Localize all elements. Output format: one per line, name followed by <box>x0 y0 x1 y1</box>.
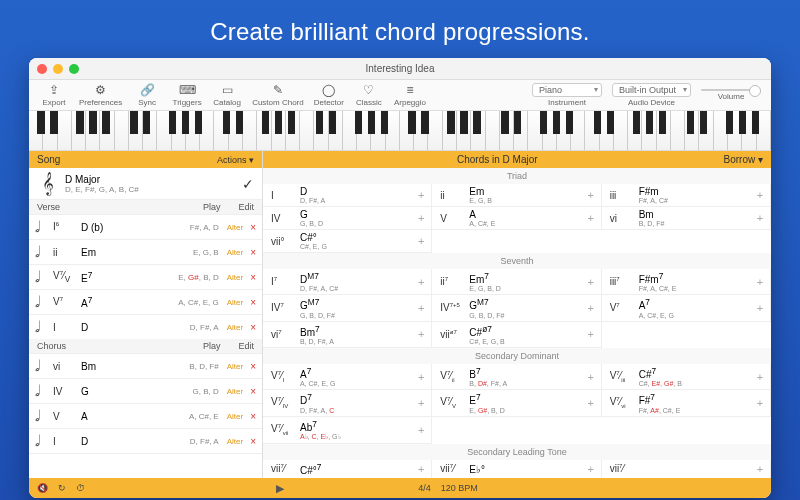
alter-button[interactable]: Alter <box>227 387 243 396</box>
white-key[interactable] <box>272 111 286 150</box>
white-key[interactable] <box>543 111 557 150</box>
chord-cell[interactable]: vii7⁄+ <box>602 460 771 478</box>
piano-keyboard[interactable] <box>29 111 771 151</box>
add-icon[interactable]: + <box>585 276 597 288</box>
add-icon[interactable]: + <box>585 463 597 475</box>
song-row[interactable]: 𝅗𝅥VAA, C#, EAlter× <box>29 404 262 429</box>
white-key[interactable] <box>286 111 300 150</box>
white-key[interactable] <box>72 111 86 150</box>
loop-icon[interactable]: ↻ <box>58 483 66 493</box>
preferences-button[interactable]: ⚙Preferences <box>79 83 122 107</box>
white-key[interactable] <box>314 111 328 150</box>
chord-cell[interactable]: V7⁄viF#7F#, A#, C#, E+ <box>602 390 771 416</box>
white-key[interactable] <box>685 111 699 150</box>
delete-button[interactable]: × <box>250 322 256 333</box>
add-icon[interactable]: + <box>415 235 427 247</box>
chord-cell[interactable]: vi7Bm7B, D, F#, A+ <box>263 322 432 348</box>
white-key[interactable] <box>257 111 271 150</box>
white-key[interactable] <box>58 111 72 150</box>
white-key[interactable] <box>742 111 756 150</box>
song-actions[interactable]: Actions ▾ <box>217 155 254 165</box>
white-key[interactable] <box>243 111 257 150</box>
add-icon[interactable]: + <box>415 371 427 383</box>
triggers-button[interactable]: ⌨Triggers <box>172 83 202 107</box>
white-key[interactable] <box>514 111 528 150</box>
chord-cell[interactable]: V7⁄VE7E, G#, B, D+ <box>432 390 601 416</box>
chord-cell[interactable]: IV7GM7G, B, D, F#+ <box>263 295 432 321</box>
arpeggio-button[interactable]: ≡Arpeggio <box>394 83 426 107</box>
song-row[interactable]: 𝅗𝅥iiEmE, G, BAlter× <box>29 240 262 265</box>
export-button[interactable]: ⇪Export <box>39 83 69 107</box>
chord-cell[interactable]: iiEmE, G, B+ <box>432 184 601 207</box>
alter-button[interactable]: Alter <box>227 273 243 282</box>
add-icon[interactable]: + <box>585 302 597 314</box>
chord-cell[interactable]: viBmB, D, F#+ <box>602 207 771 230</box>
add-icon[interactable]: + <box>415 424 427 436</box>
white-key[interactable] <box>457 111 471 150</box>
chord-cell[interactable]: V7⁄viiAb7A♭, C, E♭, G♭+ <box>263 417 432 444</box>
song-row[interactable]: 𝅗𝅥V7A7A, C#, E, GAlter× <box>29 290 262 315</box>
add-icon[interactable]: + <box>415 212 427 224</box>
song-row[interactable]: 𝅗𝅥IDD, F#, AAlter× <box>29 315 262 339</box>
add-icon[interactable]: + <box>415 189 427 201</box>
chord-cell[interactable]: vii°C#°C#, E, G+ <box>263 230 432 253</box>
song-row[interactable]: 𝅗𝅥IDD, F#, AAlter× <box>29 429 262 454</box>
delete-button[interactable]: × <box>250 297 256 308</box>
white-key[interactable] <box>143 111 157 150</box>
sync-button[interactable]: 🔗Sync <box>132 83 162 107</box>
alter-button[interactable]: Alter <box>227 437 243 446</box>
volume-slider[interactable] <box>701 89 761 91</box>
white-key[interactable] <box>585 111 599 150</box>
white-key[interactable] <box>728 111 742 150</box>
delete-button[interactable]: × <box>250 272 256 283</box>
add-icon[interactable]: + <box>415 302 427 314</box>
white-key[interactable] <box>557 111 571 150</box>
chord-cell[interactable]: IDD, F#, A+ <box>263 184 432 207</box>
add-icon[interactable]: + <box>585 328 597 340</box>
add-icon[interactable]: + <box>754 302 766 314</box>
classic-button[interactable]: ♡Classic <box>354 83 384 107</box>
white-key[interactable] <box>343 111 357 150</box>
chord-cell[interactable]: vii7⁄E♭°+ <box>432 460 601 478</box>
white-key[interactable] <box>229 111 243 150</box>
white-key[interactable] <box>100 111 114 150</box>
white-key[interactable] <box>657 111 671 150</box>
white-key[interactable] <box>115 111 129 150</box>
white-key[interactable] <box>129 111 143 150</box>
white-key[interactable] <box>43 111 57 150</box>
song-row[interactable]: 𝅗𝅥I6D (b)F#, A, DAlter× <box>29 215 262 240</box>
metronome-icon[interactable]: ⏱ <box>76 483 85 493</box>
chord-cell[interactable]: IV7+5GM7G, B, D, F#+ <box>432 295 601 321</box>
white-key[interactable] <box>386 111 400 150</box>
add-icon[interactable]: + <box>415 276 427 288</box>
chorus-play[interactable]: Play <box>203 341 221 351</box>
delete-button[interactable]: × <box>250 436 256 447</box>
delete-button[interactable]: × <box>250 361 256 372</box>
alter-button[interactable]: Alter <box>227 362 243 371</box>
detector-button[interactable]: ◯Detector <box>314 83 344 107</box>
alter-button[interactable]: Alter <box>227 298 243 307</box>
white-key[interactable] <box>172 111 186 150</box>
add-icon[interactable]: + <box>585 397 597 409</box>
add-icon[interactable]: + <box>415 463 427 475</box>
song-row[interactable]: 𝅗𝅥IVGG, B, DAlter× <box>29 379 262 404</box>
white-key[interactable] <box>500 111 514 150</box>
alter-button[interactable]: Alter <box>227 248 243 257</box>
white-key[interactable] <box>443 111 457 150</box>
chord-cell[interactable]: V7⁄iiB7B, D#, F#, A+ <box>432 364 601 390</box>
delete-button[interactable]: × <box>250 222 256 233</box>
white-key[interactable] <box>671 111 685 150</box>
chord-cell[interactable]: VAA, C#, E+ <box>432 207 601 230</box>
add-icon[interactable]: + <box>585 371 597 383</box>
custom-chord-button[interactable]: ✎Custom Chord <box>252 83 304 107</box>
add-icon[interactable]: + <box>415 328 427 340</box>
white-key[interactable] <box>186 111 200 150</box>
song-row[interactable]: 𝅗𝅥viBmB, D, F#Alter× <box>29 354 262 379</box>
audio-device-select[interactable]: Built-in Output <box>612 83 691 97</box>
chord-cell[interactable]: V7⁄iiiC#7C#, E#, G#, B+ <box>602 364 771 390</box>
chord-cell[interactable]: I7DM7D, F#, A, C#+ <box>263 269 432 295</box>
alter-button[interactable]: Alter <box>227 323 243 332</box>
delete-button[interactable]: × <box>250 411 256 422</box>
chord-cell[interactable]: ii7Em7E, G, B, D+ <box>432 269 601 295</box>
white-key[interactable] <box>157 111 171 150</box>
